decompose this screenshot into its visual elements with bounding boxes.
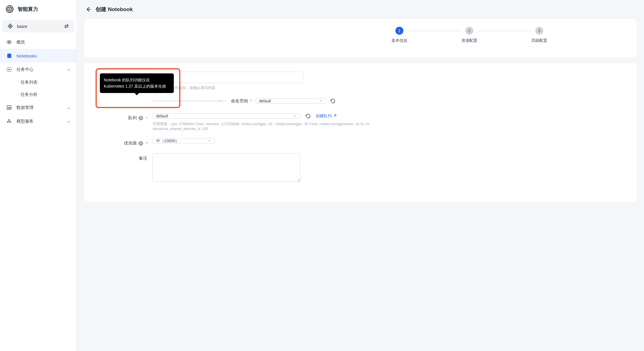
task-icon bbox=[6, 67, 12, 72]
nav-label: 模型服务 bbox=[16, 119, 62, 124]
link-text: 创建队列 bbox=[316, 113, 332, 119]
chevron-down-icon bbox=[67, 119, 70, 123]
namespace-value: default bbox=[255, 98, 326, 104]
chart-icon bbox=[6, 105, 12, 110]
nav-label: 任务列表 bbox=[20, 80, 70, 85]
workspace-name: baize bbox=[17, 24, 27, 29]
svg-point-13 bbox=[7, 121, 8, 123]
step-connector bbox=[407, 31, 461, 31]
nav-item-tasks[interactable]: 任务中心 bbox=[0, 63, 77, 76]
eye-icon bbox=[6, 39, 12, 45]
name-helper: 创建后名称不可修改，请确认填写内容 bbox=[152, 85, 303, 90]
help-icon[interactable]: ? bbox=[139, 116, 143, 120]
nav-item-data[interactable]: 数据管理 bbox=[0, 101, 77, 114]
form-row-priority: 优先级 ? * 中（10000） bbox=[96, 138, 625, 146]
sidebar: 智能算力 baize bbox=[0, 0, 77, 351]
remark-textarea[interactable] bbox=[152, 153, 300, 182]
form-card: Notebook 的队列功能仅在 Kubernetes 1.27 及以上的版本生… bbox=[84, 63, 637, 201]
remark-label: 备注 bbox=[139, 156, 147, 161]
required-star: * bbox=[146, 141, 147, 146]
name-input[interactable] bbox=[152, 72, 303, 83]
queue-label: 队列 bbox=[128, 115, 137, 121]
app-logo-icon bbox=[6, 5, 14, 13]
step-advanced-config[interactable]: 3 高级配置 bbox=[531, 27, 547, 43]
form-row-queue: 队列 ? * default bbox=[96, 113, 625, 131]
sidebar-header: 智能算力 bbox=[0, 5, 77, 19]
nav-item-task-list[interactable]: 任务列表 bbox=[16, 76, 77, 88]
svg-rect-6 bbox=[8, 55, 11, 56]
svg-point-14 bbox=[10, 121, 11, 123]
step-connector bbox=[477, 31, 531, 31]
nav-label: 概览 bbox=[16, 40, 70, 45]
svg-point-12 bbox=[9, 119, 10, 120]
page-header: 创建 Notebook bbox=[77, 0, 644, 19]
step-number: 2 bbox=[465, 27, 473, 35]
required-star: * bbox=[250, 99, 252, 103]
chevron-up-icon bbox=[67, 68, 70, 71]
svg-point-3 bbox=[8, 41, 10, 43]
model-icon bbox=[6, 118, 12, 124]
stepper-card: 1 基本信息 2 资源配置 3 高级配置 bbox=[84, 19, 637, 57]
queue-tooltip: Notebook 的队列功能仅在 Kubernetes 1.27 及以上的版本生… bbox=[100, 73, 174, 93]
create-queue-link[interactable]: 创建队列 bbox=[316, 113, 337, 119]
resource-info: 可用资源：cpu: 176900m Core, memory: 1273256M… bbox=[152, 121, 397, 131]
required-star: * bbox=[146, 116, 147, 120]
queue-select[interactable]: default bbox=[152, 113, 300, 119]
main: 创建 Notebook 1 基本信息 2 资源配置 3 高级配置 bbox=[77, 0, 644, 351]
svg-point-2 bbox=[9, 9, 11, 10]
refresh-namespace-button[interactable] bbox=[330, 98, 336, 104]
help-icon[interactable]: ? bbox=[139, 141, 143, 146]
form-row-location: 部署位置 命名空间 * de bbox=[96, 98, 625, 106]
nav-label: 任务中心 bbox=[16, 67, 62, 72]
step-label: 基本信息 bbox=[391, 38, 407, 43]
refresh-queue-button[interactable] bbox=[305, 113, 311, 119]
nav-label: 任务分析 bbox=[20, 92, 70, 97]
external-link-icon bbox=[333, 114, 337, 119]
namespace-label: 命名空间 bbox=[231, 98, 248, 104]
step-number: 3 bbox=[535, 27, 543, 35]
step-number: 1 bbox=[395, 27, 403, 35]
priority-value: 中（10000） bbox=[152, 138, 215, 144]
nav-item-overview[interactable]: 概览 bbox=[0, 35, 77, 49]
sidebar-title: 智能算力 bbox=[18, 6, 38, 13]
nav-label: 数据管理 bbox=[16, 105, 62, 110]
svg-rect-9 bbox=[8, 108, 9, 109]
step-label: 资源配置 bbox=[461, 38, 477, 43]
svg-rect-5 bbox=[8, 55, 11, 55]
nav-label: Notebooks bbox=[16, 53, 70, 58]
nav-item-task-analysis[interactable]: 任务分析 bbox=[16, 88, 77, 101]
cluster-select[interactable] bbox=[152, 101, 226, 101]
stepper: 1 基本信息 2 资源配置 3 高级配置 bbox=[313, 27, 626, 43]
step-basic-info[interactable]: 1 基本信息 bbox=[391, 27, 407, 43]
priority-label: 优先级 bbox=[124, 141, 137, 146]
nav-item-model[interactable]: 模型服务 bbox=[0, 114, 77, 128]
svg-rect-11 bbox=[10, 107, 10, 109]
swap-icon[interactable] bbox=[64, 24, 69, 29]
form-row-remark: 备注 bbox=[96, 153, 625, 183]
svg-rect-10 bbox=[9, 107, 9, 109]
nav-item-notebooks[interactable]: Notebooks bbox=[0, 49, 77, 63]
queue-value: default bbox=[152, 113, 300, 119]
step-resource-config[interactable]: 2 资源配置 bbox=[461, 27, 477, 43]
priority-select[interactable]: 中（10000） bbox=[152, 138, 215, 144]
notebook-icon bbox=[6, 53, 12, 59]
page-title: 创建 Notebook bbox=[96, 6, 133, 13]
namespace-select[interactable]: default bbox=[255, 98, 326, 104]
form-row-name: 名称 * 创建后名称不可修改，请确认填写内容 bbox=[96, 72, 625, 90]
workspace-icon bbox=[7, 23, 13, 29]
workspace-switcher[interactable]: baize bbox=[2, 20, 74, 32]
nav-list: 概览 Notebooks bbox=[0, 35, 77, 128]
chevron-down-icon bbox=[67, 106, 70, 109]
step-label: 高级配置 bbox=[531, 38, 547, 43]
back-button[interactable] bbox=[85, 6, 92, 13]
